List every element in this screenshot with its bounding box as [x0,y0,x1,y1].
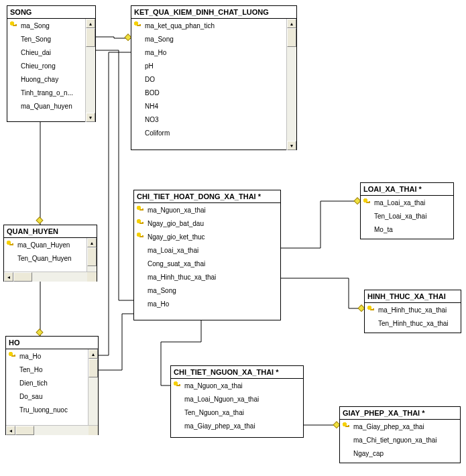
key-icon-placeholder [174,408,182,416]
column-row[interactable]: Mo_ta [361,223,453,236]
column-row[interactable]: ma_Nguon_xa_thai [134,203,280,217]
scrollbar-corner [89,426,98,435]
column-row[interactable]: ma_Chi_tiet_nguon_xa_thai [340,433,460,447]
column-row[interactable]: ma_Song [134,284,280,297]
column-row[interactable]: Ten_Song [7,32,86,46]
key-icon-placeholder [363,212,371,220]
column-row[interactable]: Ten_Hinh_thuc_xa_thai [365,316,461,330]
scroll-thumb[interactable] [15,426,34,435]
column-row[interactable]: ma_Loai_Nguon_xa_thai [171,392,303,406]
column-name: ma_Nguon_xa_thai [182,382,243,390]
scroll-thumb[interactable] [13,272,32,282]
table-body: ma_Giay_phep_xa_thaima_Chi_tiet_nguon_xa… [340,420,460,463]
column-row[interactable]: ma_Hinh_thuc_xa_thai [134,270,280,284]
column-row[interactable]: Chieu_rong [7,59,86,72]
column-row[interactable]: pH [131,59,287,72]
table-ctnxt[interactable]: CHI_TIET_NGUON_XA_THAI *ma_Nguon_xa_thai… [170,365,304,438]
table-title[interactable]: HO [6,337,98,349]
column-row[interactable]: BOD [131,86,287,99]
key-icon-placeholder [174,422,182,430]
scroll-left-button[interactable]: ◂ [4,272,13,282]
column-row[interactable]: Ten_Ho [6,363,89,376]
column-row[interactable]: Ngay_gio_ket_thuc [134,230,280,243]
column-row[interactable]: Ten_Quan_Huyen [4,251,87,265]
scroll-thumb[interactable] [89,359,98,377]
table-title[interactable]: QUAN_HUYEN [4,225,97,238]
column-row[interactable]: NO3 [131,113,287,126]
scroll-up-button[interactable]: ▴ [89,349,98,359]
primary-key-icon [367,306,375,314]
scroll-down-button[interactable]: ▾ [287,141,296,150]
table-title[interactable]: CHI_TIET_NGUON_XA_THAI * [171,366,303,379]
key-icon-placeholder [10,48,18,56]
table-gpxt[interactable]: GIAY_PHEP_XA_THAI *ma_Giay_phep_xa_thaim… [339,406,461,463]
table-kqkd[interactable]: KET_QUA_KIEM_DINH_CHAT_LUONGma_ket_qua_p… [131,5,297,150]
column-row[interactable]: ma_Ho [131,46,287,59]
column-name: ma_Hinh_thuc_xa_thai [145,274,216,281]
horizontal-scrollbar[interactable]: ◂▸ [6,425,98,435]
scroll-up-button[interactable]: ▴ [287,19,296,28]
column-row[interactable]: Ngay_gio_bat_dau [134,217,280,230]
table-title[interactable]: GIAY_PHEP_XA_THAI * [340,407,460,420]
key-icon-placeholder [10,102,18,110]
column-row[interactable]: ma_Ho [6,349,89,363]
horizontal-scrollbar[interactable]: ◂▸ [4,272,97,282]
table-song[interactable]: SONGma_SongTen_SongChieu_daiChieu_rongHu… [7,5,96,122]
column-row[interactable]: ma_Song [131,32,287,46]
vertical-scrollbar[interactable]: ▴▾ [286,19,296,150]
column-row[interactable]: ma_Giay_phep_xa_thai [340,420,460,433]
scroll-thumb[interactable] [87,247,97,266]
column-row[interactable]: Cong_suat_xa_thai [134,257,280,270]
table-title[interactable]: HINH_THUC_XA_THAI [365,290,461,303]
key-icon-placeholder [367,319,375,327]
table-title[interactable]: LOAI_XA_THAI * [361,183,453,196]
key-icon-placeholder [134,129,142,137]
scroll-thumb[interactable] [86,28,95,47]
column-row[interactable]: Tru_luong_nuoc [6,403,89,416]
column-row[interactable]: NH4 [131,99,287,113]
vertical-scrollbar[interactable]: ▴▾ [88,349,98,435]
column-row[interactable]: ma_Loai_xa_thai [361,196,453,209]
column-row[interactable]: Dien_tich [6,376,89,390]
table-qh[interactable]: QUAN_HUYENma_Quan_HuyenTen_Quan_Huyen▴▾◂… [3,225,97,282]
table-title[interactable]: KET_QUA_KIEM_DINH_CHAT_LUONG [131,6,296,19]
column-row[interactable]: DO [131,72,287,86]
column-row[interactable]: Do_sau [6,390,89,403]
scroll-up-button[interactable]: ▴ [87,238,97,247]
scroll-up-button[interactable]: ▴ [86,19,95,28]
table-cthd[interactable]: CHI_TIET_HOAT_DONG_XA_THAI *ma_Nguon_xa_… [133,190,281,320]
column-row[interactable]: Tinh_trang_o_n... [7,86,86,99]
column-row[interactable]: Huong_chay [7,72,86,86]
column-row[interactable]: ma_Quan_huyen [7,99,86,113]
column-row[interactable]: ma_Song [7,19,86,32]
column-row[interactable]: ma_Giay_phep_xa_thai [171,419,303,432]
column-row[interactable]: ma_Ho [134,297,280,310]
column-row[interactable]: ma_ket_qua_phan_tich [131,19,287,32]
column-row[interactable]: Coliform [131,126,287,139]
table-title[interactable]: CHI_TIET_HOAT_DONG_XA_THAI * [134,190,280,203]
table-htxt[interactable]: HINH_THUC_XA_THAIma_Hinh_thuc_xa_thaiTen… [364,290,461,333]
table-lxt[interactable]: LOAI_XA_THAI *ma_Loai_xa_thaiTen_Loai_xa… [360,182,454,239]
svg-rect-4 [36,217,43,224]
scroll-thumb[interactable] [287,28,296,47]
column-row[interactable]: ma_Hinh_thuc_xa_thai [365,303,461,316]
scroll-down-button[interactable]: ▾ [86,113,95,122]
column-name: ma_Ho [17,353,41,360]
key-icon-placeholder [134,115,142,123]
column-row[interactable]: ma_Nguon_xa_thai [171,379,303,392]
scrollbar-corner [87,272,97,282]
scroll-left-button[interactable]: ◂ [6,426,15,435]
column-row[interactable]: Ten_Nguon_xa_thai [171,406,303,419]
primary-key-icon [134,21,142,29]
table-ho[interactable]: HOma_HoTen_HoDien_tichDo_sauTru_luong_nu… [5,336,99,435]
column-row[interactable]: Chieu_dai [7,46,86,59]
column-name: ma_Ho [142,49,166,56]
key-icon-placeholder [363,225,371,233]
column-row[interactable]: Ngay_cap [340,447,460,460]
column-row[interactable]: ma_Loai_xa_thai [134,243,280,257]
column-row[interactable]: ma_Quan_Huyen [4,238,87,251]
table-title[interactable]: SONG [7,6,95,19]
vertical-scrollbar[interactable]: ▴▾ [85,19,95,122]
column-row[interactable]: Ten_Loai_xa_thai [361,209,453,223]
column-name: Chieu_dai [18,49,51,56]
